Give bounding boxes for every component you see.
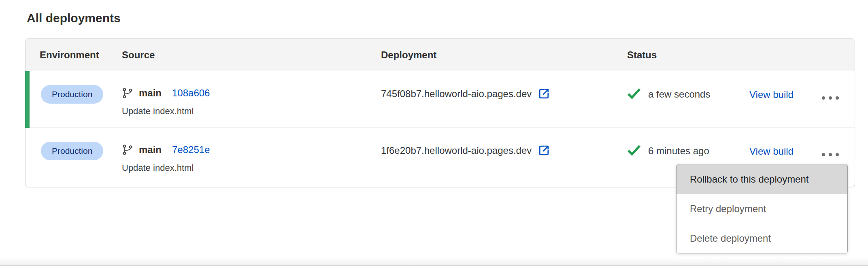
- git-branch-icon: [122, 144, 133, 155]
- commit-message: Update index.html: [122, 106, 210, 117]
- deployment-url: 745f08b7.helloworld-aio.pages.dev: [381, 88, 532, 100]
- menu-item-delete[interactable]: Delete deployment: [677, 223, 847, 253]
- deployment-url: 1f6e20b7.helloworld-aio.pages.dev: [381, 145, 532, 156]
- deployment-cell: 745f08b7.helloworld-aio.pages.dev: [381, 87, 550, 100]
- status-time: a few seconds: [648, 89, 710, 100]
- bottom-divider-fade: [0, 257, 868, 265]
- environment-badge: Production: [41, 85, 103, 104]
- more-options-button[interactable]: [814, 147, 847, 163]
- table-header: Environment Source Deployment Status: [26, 39, 855, 71]
- status-cell: 6 minutes ago: [627, 144, 709, 158]
- source-cell: main 108a606 Update index.html: [122, 86, 210, 117]
- status-cell: a few seconds: [627, 87, 710, 101]
- view-build-link[interactable]: View build: [749, 89, 794, 100]
- current-deployment-indicator: [25, 71, 30, 128]
- page-title: All deployments: [27, 11, 121, 25]
- menu-item-retry[interactable]: Retry deployment: [677, 194, 847, 223]
- view-build-link[interactable]: View build: [749, 146, 794, 157]
- external-link-icon[interactable]: [538, 144, 550, 157]
- git-branch-icon: [122, 87, 133, 99]
- branch-name: main: [139, 144, 162, 155]
- check-icon: [627, 144, 641, 158]
- column-header-deployment: Deployment: [381, 39, 436, 71]
- menu-item-rollback[interactable]: Rollback to this deployment: [677, 164, 847, 194]
- commit-link[interactable]: 108a606: [172, 87, 210, 99]
- external-link-icon[interactable]: [538, 87, 550, 100]
- deployment-row: Production main 108a606 Update index.htm…: [26, 71, 855, 128]
- bottom-divider-line: [0, 265, 868, 266]
- deployment-cell: 1f6e20b7.helloworld-aio.pages.dev: [381, 144, 550, 157]
- commit-message: Update index.html: [122, 163, 210, 173]
- deployments-page: All deployments Environment Source Deplo…: [0, 0, 868, 268]
- branch-name: main: [139, 87, 162, 99]
- commit-link[interactable]: 7e8251e: [172, 144, 210, 155]
- more-options-button[interactable]: [814, 90, 847, 106]
- deployment-context-menu: Rollback to this deployment Retry deploy…: [676, 164, 848, 253]
- column-header-environment: Environment: [40, 39, 99, 71]
- environment-badge: Production: [41, 142, 103, 160]
- source-cell: main 7e8251e Update index.html: [122, 143, 210, 173]
- column-header-source: Source: [122, 39, 155, 71]
- check-icon: [627, 87, 641, 101]
- column-header-status: Status: [627, 39, 657, 71]
- status-time: 6 minutes ago: [648, 145, 709, 157]
